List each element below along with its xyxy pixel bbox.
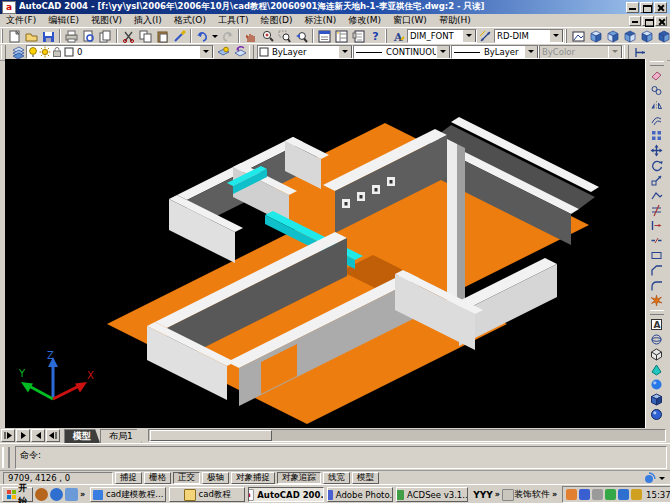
view-preset-icon[interactable] xyxy=(604,29,621,44)
pan-icon[interactable] xyxy=(242,29,259,44)
layers-icon[interactable] xyxy=(9,45,26,60)
scale-icon[interactable] xyxy=(648,173,666,188)
dim-style-icon[interactable] xyxy=(477,29,494,44)
view-preset-icon[interactable] xyxy=(655,29,670,44)
menu-insert[interactable]: 插入(I) xyxy=(128,14,168,27)
tab-model[interactable]: 模型 xyxy=(64,429,100,443)
tool-palettes-icon[interactable] xyxy=(350,29,367,44)
text-style-combo[interactable]: DIM_FONT xyxy=(407,29,477,43)
cut-icon[interactable] xyxy=(120,29,137,44)
dim-linear-icon[interactable] xyxy=(632,45,649,60)
quick-launch-icon-2[interactable] xyxy=(50,488,63,501)
lineweight-combo[interactable]: ByLayer xyxy=(451,45,539,59)
text-style-icon[interactable]: A xyxy=(390,29,407,44)
menu-edit[interactable]: 编辑(E) xyxy=(42,14,85,27)
doc-minimize-button[interactable] xyxy=(629,16,641,26)
menu-dimension[interactable]: 标注(N) xyxy=(298,14,342,27)
layer-combo[interactable]: 0 xyxy=(26,45,214,59)
minimize-button[interactable] xyxy=(626,2,639,13)
match-properties-icon[interactable] xyxy=(171,29,188,44)
linetype-combo[interactable]: CONTINUOUS xyxy=(353,45,451,59)
rotate-icon[interactable] xyxy=(648,158,666,173)
layer-previous-icon[interactable] xyxy=(231,45,248,60)
taskbar-item[interactable]: ACDSee v3.1... xyxy=(396,487,468,502)
toggle-ortho[interactable]: 正交 xyxy=(173,472,200,484)
toggle-polar[interactable]: 极轴 xyxy=(202,472,229,484)
explode-icon[interactable] xyxy=(648,293,666,308)
join-icon[interactable] xyxy=(648,248,666,263)
toggle-lwt[interactable]: 线宽 xyxy=(323,472,350,484)
new-icon[interactable] xyxy=(6,29,23,44)
doc-close-button[interactable] xyxy=(655,16,667,26)
tab-first-icon[interactable] xyxy=(1,429,15,442)
taskbar-toolbar-yyy[interactable]: YYY xyxy=(473,490,493,500)
toolbar-grip[interactable] xyxy=(385,29,387,43)
break-icon[interactable] xyxy=(648,233,666,248)
copy-icon[interactable] xyxy=(137,29,154,44)
autocad-app-icon[interactable]: a xyxy=(2,1,16,14)
chevron-icon[interactable]: » xyxy=(552,490,557,499)
taskbar-item-autocad[interactable]: a AutoCAD 200... xyxy=(248,487,324,502)
toggle-snap[interactable]: 捕捉 xyxy=(115,472,142,484)
zoom-previous-icon[interactable] xyxy=(293,29,310,44)
toolbar-grip[interactable] xyxy=(1,45,6,59)
tab-last-icon[interactable] xyxy=(46,429,60,442)
toolbar-grip[interactable] xyxy=(624,45,629,59)
zoom-window-icon[interactable] xyxy=(276,29,293,44)
close-button[interactable] xyxy=(654,2,667,13)
command-window-grip[interactable] xyxy=(2,447,10,468)
redo-icon[interactable] xyxy=(219,29,236,44)
array-icon[interactable] xyxy=(648,128,666,143)
properties-icon[interactable] xyxy=(316,29,333,44)
layer-states-icon[interactable] xyxy=(214,45,231,60)
tray-icon-4[interactable] xyxy=(605,489,616,500)
copy-object-icon[interactable] xyxy=(648,83,666,98)
horizontal-scrollbar[interactable] xyxy=(148,429,666,442)
tray-icon-1[interactable] xyxy=(566,489,577,500)
toolbar-grip[interactable] xyxy=(650,310,664,315)
mirror-icon[interactable] xyxy=(648,98,666,113)
taskbar-item[interactable]: Adobe Photo... xyxy=(327,487,393,502)
menu-window[interactable]: 窗口(W) xyxy=(387,14,433,27)
quick-launch-icon-3[interactable] xyxy=(65,488,78,501)
tab-layout1[interactable]: 布局1 xyxy=(100,429,142,443)
flat-shaded-icon[interactable] xyxy=(648,362,666,377)
toolbar-grip[interactable] xyxy=(565,29,567,43)
open-icon[interactable] xyxy=(23,29,40,44)
stretch-icon[interactable] xyxy=(648,188,666,203)
restore-button[interactable] xyxy=(640,2,653,13)
taskbar-toolbar-decor[interactable]: 装饰软件 xyxy=(514,488,550,501)
undo-dropdown-icon[interactable] xyxy=(211,29,219,44)
plot-preview-icon[interactable] xyxy=(80,29,97,44)
flat-shaded-edges-icon[interactable] xyxy=(648,392,666,407)
trim-icon[interactable] xyxy=(648,203,666,218)
chevron-down-icon[interactable] xyxy=(436,45,450,59)
chevron-icon[interactable]: » xyxy=(80,490,85,499)
command-input[interactable]: 命令: xyxy=(15,446,667,469)
quick-launch-icon-1[interactable] xyxy=(35,488,48,501)
chevron-down-icon[interactable] xyxy=(199,45,213,59)
paste-icon[interactable] xyxy=(154,29,171,44)
toolbar-grip[interactable] xyxy=(249,45,254,59)
menu-format[interactable]: 格式(O) xyxy=(168,14,212,27)
3d-wireframe-icon[interactable] xyxy=(648,332,666,347)
chevron-down-icon[interactable] xyxy=(338,45,352,59)
toggle-model[interactable]: 模型 xyxy=(352,472,379,484)
taskbar-item[interactable]: cad建模教程... xyxy=(90,487,166,502)
chamfer-icon[interactable] xyxy=(648,263,666,278)
chevron-icon[interactable]: » xyxy=(495,490,500,499)
toolbar-grip[interactable] xyxy=(1,29,3,43)
chevron-down-icon[interactable] xyxy=(549,29,563,43)
toggle-grid[interactable]: 栅格 xyxy=(144,472,171,484)
toggle-osnap[interactable]: 对象捕捉 xyxy=(231,472,275,484)
tray-icon-6[interactable] xyxy=(631,489,642,500)
chevron-down-icon[interactable] xyxy=(524,45,538,59)
publish-icon[interactable] xyxy=(97,29,114,44)
tray-icon-2[interactable] xyxy=(579,489,590,500)
toggle-otrack[interactable]: 对象追踪 xyxy=(277,472,321,484)
color-combo[interactable]: ByLayer xyxy=(257,45,353,59)
erase-icon[interactable] xyxy=(648,68,666,83)
offset-icon[interactable] xyxy=(648,113,666,128)
tray-icon-3[interactable] xyxy=(592,489,603,500)
hidden-icon[interactable] xyxy=(648,347,666,362)
